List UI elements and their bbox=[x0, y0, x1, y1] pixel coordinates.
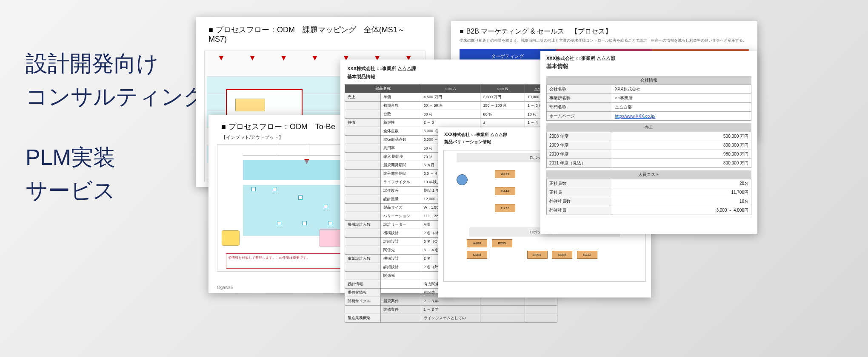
chart-node: B222 bbox=[577, 251, 597, 259]
headline-line-3: PLM実装 bbox=[26, 141, 206, 174]
cell-category bbox=[345, 153, 381, 161]
cell-category: 機械設計人数 bbox=[345, 221, 381, 229]
cell-category bbox=[345, 127, 381, 136]
cell-c bbox=[525, 314, 557, 323]
cell-key: 事業所名称 bbox=[547, 94, 612, 103]
cell-label: 詳細設計 bbox=[380, 238, 421, 246]
doc1-title: プロセスフロー：ODM 課題マッピング 全体(MS1～MS7) bbox=[196, 17, 434, 47]
cell-value: 20名 bbox=[612, 179, 751, 188]
cell-label: 共用率 bbox=[380, 144, 421, 153]
table-row: 会社名称XXX株式会社 bbox=[547, 85, 751, 94]
cell-label: 初期台数 bbox=[380, 102, 421, 110]
cell-label: バリエーション bbox=[380, 212, 421, 221]
sales-section: 売上 2008 年度500,000 万円2009 年度800,000 万円201… bbox=[546, 123, 751, 168]
cell-b: 80 % bbox=[480, 110, 525, 119]
cell-value: 800,000 万円 bbox=[612, 159, 751, 168]
cell-key: 会社名称 bbox=[547, 85, 612, 94]
cell-value: 10名 bbox=[612, 197, 751, 206]
cell-value: 800,000 万円 bbox=[612, 141, 751, 150]
cell-label: 設計重量 bbox=[380, 195, 421, 204]
sticky-note-icon bbox=[222, 230, 240, 246]
cell-label bbox=[380, 280, 421, 289]
cell-category: 製造業務概略 bbox=[345, 314, 381, 323]
cell-key: 部門名称 bbox=[547, 103, 612, 112]
cell-key: 正社員 bbox=[547, 188, 612, 197]
labor-table: 正社員数20名正社員11,700円外注社員数10名外注社員3,000 ～ 4,0… bbox=[546, 179, 751, 215]
cell-category bbox=[345, 136, 381, 144]
doc3-subtitle: 基本製品情報 bbox=[340, 74, 562, 82]
cell-b bbox=[480, 297, 525, 306]
doc4-title: B2B マーケティング & セールス 【プロセス】 bbox=[451, 21, 757, 38]
section-title: 会社情報 bbox=[546, 76, 751, 85]
cell-category bbox=[345, 195, 381, 204]
sales-table: 2008 年度500,000 万円2009 年度800,000 万円2010 年… bbox=[546, 132, 751, 168]
table-row: 開発サイクル新規案件2 ～ 3 年 bbox=[345, 297, 557, 306]
chart-node: C888 bbox=[467, 251, 487, 259]
cell-b: 4 bbox=[480, 119, 525, 127]
table-row: 外注社員3,000 ～ 4,000円 bbox=[547, 206, 751, 215]
col bbox=[276, 144, 309, 155]
table-row: 製造業務概略ラインシステムとしての bbox=[345, 314, 557, 323]
cell-a: 30 ～ 50 台 bbox=[421, 102, 480, 110]
cell-label: 試作改善 bbox=[380, 187, 421, 195]
headline-line-4: サービス bbox=[26, 174, 206, 207]
section-title: 売上 bbox=[546, 123, 751, 132]
chart-node: B999 bbox=[527, 251, 548, 259]
cell-label: 改修案件 bbox=[380, 306, 421, 314]
table-row: 売上単価4,500 万円2,500 万円10,000 万円 bbox=[345, 93, 557, 102]
cell-label: 詳細設計 bbox=[380, 263, 421, 272]
cell-label: 新規案件 bbox=[380, 297, 421, 306]
chart-node: B555 bbox=[492, 239, 512, 247]
th-a: ○○○ A bbox=[421, 85, 480, 93]
cell-c bbox=[525, 306, 557, 314]
cell-label: 機構設計 bbox=[380, 255, 421, 263]
homepage-link[interactable]: http://www.XXX.co.jp/ bbox=[615, 114, 656, 119]
cell-category bbox=[345, 178, 381, 187]
cell-label: 関係先 bbox=[380, 272, 421, 280]
table-row: 事業所名称○○事業所 bbox=[547, 94, 751, 103]
doc6-subtitle: 基本情報 bbox=[540, 62, 757, 74]
col bbox=[243, 144, 276, 155]
cell-key: 外注社員 bbox=[547, 206, 612, 215]
cell-label: ライフサイクル bbox=[380, 178, 421, 187]
section-title: 人員コスト bbox=[546, 170, 751, 179]
cell-a: ラインシステムとしての bbox=[421, 314, 480, 323]
cell-value: XXX株式会社 bbox=[612, 85, 751, 94]
cell-label bbox=[380, 289, 421, 297]
cell-b bbox=[480, 306, 525, 314]
doc2-footer: Ogawa6 bbox=[217, 285, 233, 290]
col bbox=[309, 144, 343, 155]
chart-node: A333 bbox=[495, 170, 515, 178]
cell-category bbox=[345, 144, 381, 153]
cell-c bbox=[525, 297, 557, 306]
cell-label: 改善開発期間 bbox=[380, 170, 421, 178]
chart-node: B888 bbox=[552, 251, 572, 259]
cell-label: 単価 bbox=[380, 93, 421, 102]
table-row: 部門名称△△△部 bbox=[547, 103, 751, 112]
doc6-title: XXX株式会社 ○○事業所 △△△部 bbox=[540, 51, 757, 62]
chart-node: B444 bbox=[495, 187, 515, 195]
cell-value: 980,000 万円 bbox=[612, 150, 751, 159]
cell-key: 2011 年度（見込） bbox=[547, 159, 612, 168]
cell-value: 11,700円 bbox=[612, 188, 751, 197]
task-box bbox=[324, 204, 328, 208]
doc3-title: XXX株式会社 ○○事業所 △△△課 bbox=[340, 60, 562, 74]
table-row: 正社員数20名 bbox=[547, 179, 751, 188]
table-row: 2010 年度980,000 万円 bbox=[547, 150, 751, 159]
cell-key: 2009 年度 bbox=[547, 141, 612, 150]
table-row: 2011 年度（見込）800,000 万円 bbox=[547, 159, 751, 168]
cell-category bbox=[345, 204, 381, 212]
cell-a: 30 % bbox=[421, 110, 480, 119]
task-box bbox=[277, 221, 281, 225]
cell-key: 2010 年度 bbox=[547, 150, 612, 159]
cell-value: △△△部 bbox=[612, 103, 751, 112]
table-row: 特徴新規性2 ～ 341 ～ 4 bbox=[345, 119, 557, 127]
cell-category bbox=[345, 229, 381, 238]
cell-label: 取扱部品点数 bbox=[380, 136, 421, 144]
cell-category: 設計情報 bbox=[345, 280, 381, 289]
cell-category bbox=[345, 161, 381, 170]
table-row: 初期台数30 ～ 50 台150 ～ 200 台1 ～ 3 台 bbox=[345, 102, 557, 110]
basic-info-card: XXX株式会社 ○○事業所 △△△部 基本情報 会社情報 会社名称XXX株式会社… bbox=[540, 51, 757, 234]
table-row: 外注社員数10名 bbox=[547, 197, 751, 206]
task-box bbox=[273, 187, 277, 191]
